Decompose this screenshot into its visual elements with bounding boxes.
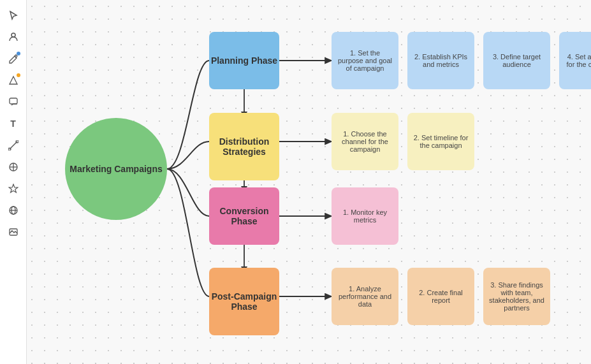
- text-icon[interactable]: T: [4, 115, 22, 133]
- star-icon[interactable]: [4, 180, 22, 198]
- planning-sub-3: 3. Define target audience: [483, 32, 550, 89]
- postcampaign-phase-box: Post-Campaign Phase: [209, 268, 279, 335]
- conversion-sub-1: 1. Monitor key metrics: [332, 187, 398, 245]
- planning-sub-2: 2. Establish KPIs and metrics: [407, 32, 474, 89]
- cursor-icon[interactable]: [4, 6, 22, 24]
- distribution-phase-box: Distribution Strategies: [209, 113, 279, 180]
- globe-icon[interactable]: [4, 201, 22, 219]
- conversion-phase-box: Conversion Phase: [209, 187, 279, 245]
- distribution-sub-1: 1. Choose the channel for the campaign: [332, 113, 398, 170]
- postcampaign-sub-2: 2. Create final report: [407, 268, 474, 325]
- svg-point-2: [8, 148, 11, 150]
- shape-icon[interactable]: [4, 71, 22, 89]
- connector-icon[interactable]: [4, 136, 22, 154]
- main-canvas: Marketing Campaigns Planning Phase 1. Se…: [27, 0, 591, 364]
- distribution-sub-2: 2. Set timeline for the campaign: [407, 113, 474, 170]
- postcampaign-sub-3: 3. Share findings with team, stakeholder…: [483, 268, 550, 325]
- planning-sub-1: 1. Set the purpose and goal of campaign: [332, 32, 398, 89]
- postcampaign-sub-1: 1. Analyze performance and data: [332, 268, 398, 325]
- comment-icon[interactable]: [4, 93, 22, 111]
- toolbar: T: [0, 0, 27, 364]
- user-icon[interactable]: [4, 28, 22, 46]
- image-icon[interactable]: [4, 223, 22, 241]
- planning-phase-box: Planning Phase: [209, 32, 279, 89]
- center-node: Marketing Campaigns: [65, 118, 167, 220]
- svg-point-3: [16, 140, 18, 143]
- network-icon[interactable]: [4, 158, 22, 176]
- svg-point-11: [11, 231, 12, 232]
- svg-point-0: [11, 33, 15, 37]
- pencil-icon[interactable]: [4, 50, 22, 68]
- svg-rect-1: [10, 98, 17, 104]
- planning-sub-4: 4. Set a concept for the campaign: [559, 32, 591, 89]
